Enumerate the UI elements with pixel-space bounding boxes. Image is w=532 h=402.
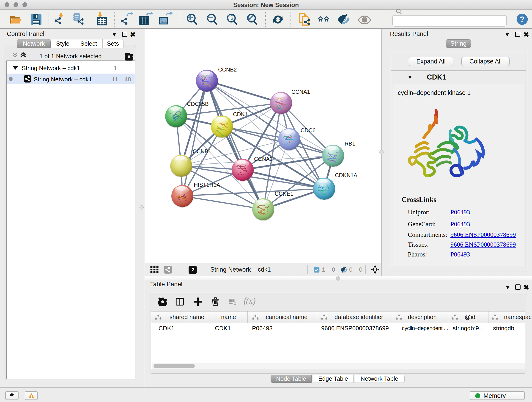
svg-text:CCNB2: CCNB2 [218,66,237,73]
svg-text:CCNA1: CCNA1 [291,89,310,95]
svg-text:CCNA2: CCNA2 [254,156,273,162]
svg-text:CDC25B: CDC25B [187,101,209,107]
svg-text:CCNB1: CCNB1 [193,148,211,154]
svg-text:CCNE1: CCNE1 [275,191,293,197]
svg-text:CDC6: CDC6 [301,127,316,133]
svg-text:CDKN1A: CDKN1A [335,172,357,178]
svg-text:CDK1: CDK1 [233,111,248,117]
svg-text:HIST1H1A: HIST1H1A [194,182,220,188]
svg-text:RB1: RB1 [345,140,355,147]
